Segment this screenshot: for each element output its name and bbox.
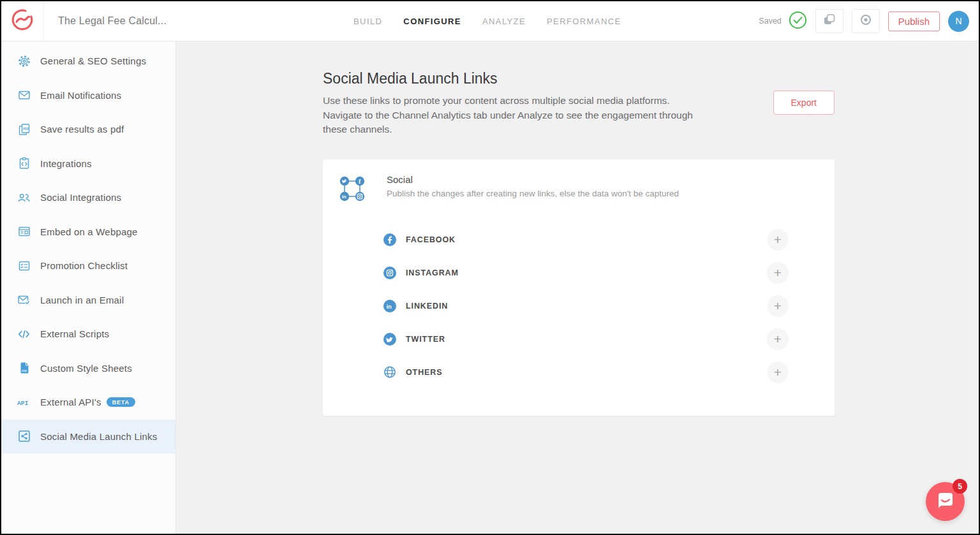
logo-box[interactable] bbox=[1, 1, 44, 41]
sidebar-item-embed-webpage[interactable]: Embed on a Webpage bbox=[1, 215, 175, 249]
facebook-icon bbox=[383, 233, 396, 246]
sidebar-item-label: Embed on a Webpage bbox=[40, 226, 138, 237]
card-title: Social bbox=[387, 174, 679, 185]
add-facebook-link-button[interactable]: + bbox=[767, 229, 789, 251]
page-header-block: Social Media Launch Links Use these link… bbox=[323, 70, 696, 137]
sidebar-item-label: Social Integrations bbox=[40, 192, 121, 203]
envelope-icon bbox=[17, 89, 31, 101]
sidebar-item-label: Save results as pdf bbox=[40, 124, 124, 135]
linkedin-icon: in bbox=[383, 300, 396, 312]
sidebar-item-label: External Scripts bbox=[40, 328, 109, 339]
sidebar-item-label: Email Notifications bbox=[40, 90, 121, 101]
platform-row-linkedin: in LINKEDIN + bbox=[323, 289, 835, 323]
platform-label: LINKEDIN bbox=[406, 302, 448, 311]
preview-button[interactable] bbox=[852, 9, 880, 33]
sidebar-item-integrations[interactable]: Integrations bbox=[1, 147, 175, 181]
platform-row-others: OTHERS + bbox=[323, 356, 835, 389]
header-actions: Saved bbox=[759, 9, 979, 33]
saved-status-label: Saved bbox=[759, 17, 781, 26]
tab-configure[interactable]: CONFIGURE bbox=[403, 17, 461, 26]
tab-analyze[interactable]: ANALYZE bbox=[482, 17, 526, 26]
add-instagram-link-button[interactable]: + bbox=[767, 262, 789, 284]
svg-text:css: css bbox=[22, 369, 27, 372]
add-others-link-button[interactable]: + bbox=[767, 362, 789, 383]
sidebar-item-social-integrations[interactable]: Social Integrations bbox=[1, 180, 175, 215]
main-panel: Social Media Launch Links Use these link… bbox=[176, 41, 979, 534]
platform-label: INSTAGRAM bbox=[406, 268, 459, 277]
document-title: The Legal Fee Calcul... bbox=[58, 15, 167, 27]
sidebar-item-label: Promotion Checklist bbox=[40, 260, 128, 271]
sidebar-item-label: Integrations bbox=[40, 158, 92, 169]
sidebar-item-label: External API's bbox=[40, 397, 101, 407]
versions-button[interactable] bbox=[815, 9, 843, 33]
chat-smiley-icon bbox=[936, 491, 955, 513]
email-check-icon bbox=[17, 293, 31, 306]
code-icon bbox=[17, 328, 31, 341]
publish-button[interactable]: Publish bbox=[888, 11, 940, 31]
svg-text:PDF: PDF bbox=[23, 127, 29, 130]
add-twitter-link-button[interactable]: + bbox=[767, 328, 789, 350]
browser-embed-icon bbox=[17, 225, 31, 238]
clipboard-code-icon bbox=[17, 157, 31, 170]
social-network-cluster-icon: f in bbox=[338, 173, 368, 207]
gear-icon bbox=[17, 55, 31, 68]
css-file-icon: css bbox=[17, 362, 31, 374]
api-icon: API bbox=[17, 397, 31, 407]
sidebar-item-save-results-pdf[interactable]: PDF Save results as pdf bbox=[1, 112, 175, 147]
page-title: Social Media Launch Links bbox=[323, 70, 696, 87]
configure-sidebar: General & SEO Settings Email Notificatio… bbox=[1, 41, 176, 534]
saved-check-icon bbox=[789, 11, 807, 32]
platform-label: TWITTER bbox=[406, 335, 445, 344]
sidebar-item-label: Custom Style Sheets bbox=[40, 363, 132, 374]
sidebar-item-social-media-launch-links[interactable]: Social Media Launch Links bbox=[1, 420, 175, 454]
twitter-icon bbox=[383, 333, 396, 346]
tab-build[interactable]: BUILD bbox=[353, 17, 382, 26]
platform-label: OTHERS bbox=[406, 368, 443, 377]
chat-launcher-button[interactable]: 5 bbox=[926, 482, 965, 521]
social-links-card: f in Social Publish the changes after cr… bbox=[323, 159, 835, 416]
sidebar-item-promotion-checklist[interactable]: Promotion Checklist bbox=[1, 249, 175, 283]
users-icon bbox=[17, 191, 31, 204]
sidebar-item-external-scripts[interactable]: External Scripts bbox=[1, 317, 175, 351]
platform-row-facebook: FACEBOOK + bbox=[323, 223, 835, 256]
sidebar-item-custom-style-sheets[interactable]: css Custom Style Sheets bbox=[1, 351, 175, 386]
checklist-icon bbox=[17, 260, 31, 272]
svg-text:API: API bbox=[17, 400, 29, 407]
card-subtitle: Publish the changes after creating new l… bbox=[387, 189, 679, 198]
sidebar-item-email-notifications[interactable]: Email Notifications bbox=[1, 78, 175, 113]
add-linkedin-link-button[interactable]: + bbox=[767, 295, 789, 317]
share-icon bbox=[17, 430, 31, 443]
globe-icon bbox=[383, 366, 396, 379]
app-window: The Legal Fee Calcul... BUILD CONFIGURE … bbox=[0, 0, 980, 535]
svg-text:in: in bbox=[387, 304, 392, 310]
pdf-document-icon: PDF bbox=[17, 123, 31, 136]
export-button[interactable]: Export bbox=[773, 91, 835, 115]
sidebar-item-label: Social Media Launch Links bbox=[40, 431, 157, 442]
instagram-icon bbox=[383, 267, 396, 279]
platform-list: FACEBOOK + bbox=[323, 223, 835, 389]
top-header: The Legal Fee Calcul... BUILD CONFIGURE … bbox=[1, 1, 979, 41]
sidebar-item-external-apis[interactable]: API External API's BETA bbox=[1, 385, 175, 420]
page-description: Use these links to promote your content … bbox=[323, 94, 696, 137]
sidebar-item-general-seo-settings[interactable]: General & SEO Settings bbox=[1, 44, 175, 78]
sidebar-item-launch-in-email[interactable]: Launch in an Email bbox=[1, 283, 175, 318]
beta-badge: BETA bbox=[107, 397, 135, 407]
platform-label: FACEBOOK bbox=[406, 235, 456, 244]
outgrow-logo-icon bbox=[10, 8, 34, 34]
user-avatar[interactable]: N bbox=[948, 11, 969, 32]
copy-layers-icon bbox=[822, 13, 837, 29]
tab-performance[interactable]: PERFORMANCE bbox=[547, 17, 621, 26]
platform-row-twitter: TWITTER + bbox=[323, 323, 835, 356]
chat-unread-badge: 5 bbox=[953, 479, 967, 494]
svg-text:in: in bbox=[342, 194, 346, 200]
eye-icon bbox=[859, 13, 872, 29]
top-navigation: BUILD CONFIGURE ANALYZE PERFORMANCE bbox=[353, 1, 621, 41]
platform-row-instagram: INSTAGRAM + bbox=[323, 256, 835, 289]
sidebar-item-label: General & SEO Settings bbox=[40, 55, 146, 66]
sidebar-item-label: Launch in an Email bbox=[40, 295, 124, 305]
